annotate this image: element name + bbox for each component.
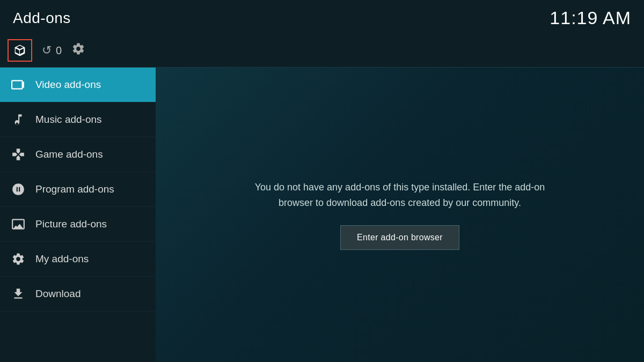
sidebar-item-picture-label: Picture add-ons: [35, 218, 107, 230]
clock: 11:19 AM: [550, 8, 631, 28]
empty-state-message: You do not have any add-ons of this type…: [239, 180, 561, 211]
sidebar-item-video-label: Video add-ons: [35, 79, 101, 91]
program-icon: [11, 182, 26, 197]
sidebar-item-picture[interactable]: Picture add-ons: [0, 207, 156, 242]
sidebar-item-music[interactable]: Music add-ons: [0, 102, 156, 137]
sidebar-item-video[interactable]: Video add-ons: [0, 68, 156, 102]
sidebar-item-myadons[interactable]: My add-ons: [0, 242, 156, 277]
game-icon: [11, 147, 26, 162]
update-count: 0: [56, 45, 62, 57]
sidebar-item-music-label: Music add-ons: [35, 114, 102, 125]
video-icon: [11, 77, 26, 92]
sidebar-item-download[interactable]: Download: [0, 277, 156, 312]
sidebar-item-program[interactable]: Program add-ons: [0, 172, 156, 207]
music-icon: [11, 112, 26, 127]
sidebar-item-program-label: Program add-ons: [35, 183, 114, 195]
sidebar-item-game-label: Game add-ons: [35, 149, 103, 160]
myadons-icon: [11, 252, 26, 267]
picture-icon: [11, 217, 26, 232]
download-icon: [11, 286, 26, 301]
enter-browser-button[interactable]: Enter add-on browser: [340, 225, 459, 250]
toolbar: ↺ 0: [0, 34, 644, 68]
sidebar-item-game[interactable]: Game add-ons: [0, 137, 156, 172]
settings-button[interactable]: [71, 42, 85, 59]
page-title: Add-ons: [13, 10, 71, 27]
main-layout: Video add-ons Music add-ons Game add-ons: [0, 68, 644, 362]
sidebar-item-myadons-label: My add-ons: [35, 253, 89, 265]
content-area: You do not have any add-ons of this type…: [156, 68, 644, 362]
sidebar-item-download-label: Download: [35, 288, 81, 300]
header: Add-ons 11:19 AM: [0, 0, 644, 34]
refresh-button[interactable]: ↺ 0: [42, 43, 62, 57]
sidebar: Video add-ons Music add-ons Game add-ons: [0, 68, 156, 362]
addon-box-icon[interactable]: [8, 39, 32, 62]
refresh-icon: ↺: [42, 43, 52, 57]
